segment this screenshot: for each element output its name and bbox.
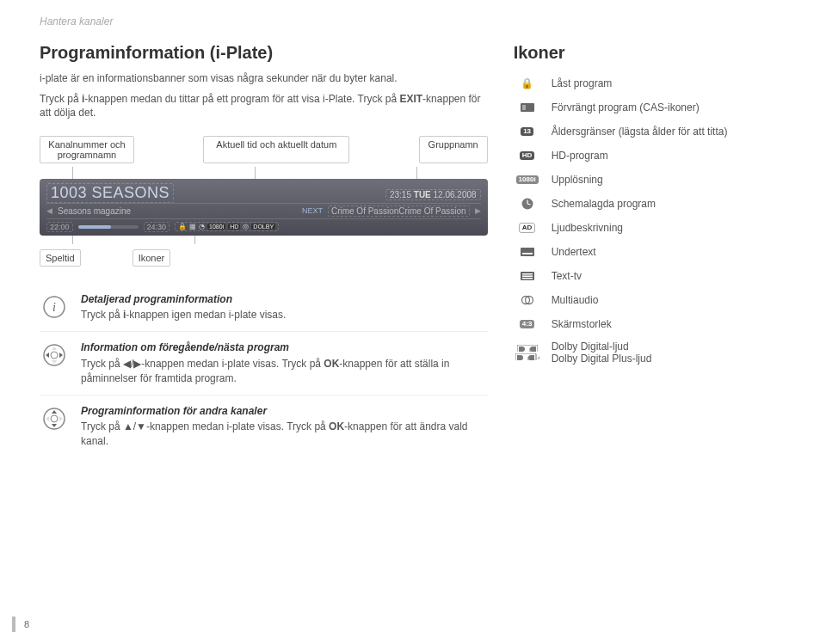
schedule-icon: ◔ — [199, 223, 205, 230]
svg-marker-13 — [52, 424, 57, 427]
left-column: Programinformation (i-Plate) i-plate är … — [40, 43, 488, 457]
iplate-nav-right-icon: ▶ — [475, 206, 481, 215]
svg-text:D: D — [527, 356, 532, 360]
iplate-channel: 1003 SEASONS — [46, 183, 174, 203]
icon-item-cas: Förvrängt program (CAS-ikoner) — [514, 95, 792, 120]
svg-rect-24 — [522, 278, 533, 279]
hd-icon: HD — [228, 224, 240, 230]
svg-rect-23 — [522, 276, 533, 278]
instr-other-channels: Programinformation för andra kanaler Try… — [40, 396, 488, 457]
dolby-icon: D — [517, 345, 538, 352]
svg-point-9 — [51, 415, 58, 422]
dpad-ud-icon — [41, 406, 67, 432]
icon-item-resolution: 1080i Upplösning — [514, 168, 792, 192]
instr-title: Programinformation för andra kanaler — [81, 404, 488, 419]
callout-icons: Ikoner — [133, 249, 171, 267]
teletext-icon — [520, 270, 535, 282]
svg-rect-20 — [522, 253, 533, 255]
instr-title: Detaljerad programinformation — [81, 292, 488, 307]
svg-marker-4 — [46, 353, 49, 358]
svg-marker-11 — [59, 416, 63, 421]
aspect-icon: 4:3 — [520, 320, 535, 329]
instr-detailed-info: i Detaljerad programinformation Tryck på… — [40, 284, 488, 333]
iplate-progress-bar — [78, 225, 139, 229]
age-icon: 13 — [521, 127, 533, 137]
svg-marker-5 — [59, 353, 63, 358]
dolby-plus-icon: D + — [515, 353, 539, 360]
intro-text: i-plate är en informationsbanner som vis… — [40, 71, 488, 120]
page-title: Programinformation (i-Plate) — [40, 43, 488, 63]
svg-text:D: D — [529, 347, 533, 352]
instr-prev-next: Information om föregående/nästa program … — [40, 332, 488, 395]
iplate-diagram: Kanalnummer och programnamn Aktuell tid … — [40, 136, 488, 267]
iplate-next-label: NEXT — [302, 206, 323, 215]
intro-p1: i-plate är en informationsbanner som vis… — [40, 71, 488, 85]
iplate-datetime: 23:15 TUE 12.06.2008 — [385, 189, 481, 200]
svg-marker-12 — [52, 410, 57, 414]
iplate-end-time: 24:30 — [144, 222, 170, 232]
iplate-next-program: Crime Of PassionCrime Of Passion — [328, 205, 470, 217]
multiaudio-icon — [520, 294, 535, 306]
svg-marker-10 — [46, 416, 49, 421]
section-breadcrumb: Hantera kanaler — [40, 15, 792, 28]
iplate-now-program: Seasons magazine — [58, 206, 297, 216]
callout-group: Gruppnamn — [419, 136, 488, 163]
svg-text:+: + — [537, 354, 539, 360]
exit-key-label: EXIT — [399, 93, 422, 105]
iplate-icon-strip: 🔒 ▦ ◔ 1080i HD ◎ DOLBY — [175, 222, 279, 231]
page-number: 8 — [12, 616, 29, 632]
instruction-list: i Detaljerad programinformation Tryck på… — [40, 284, 488, 457]
svg-rect-19 — [521, 248, 534, 256]
resolution-icon: 1080i — [207, 224, 225, 230]
subtitle-icon — [520, 246, 535, 258]
svg-text:i: i — [52, 301, 56, 314]
multiaudio-icon: ◎ — [243, 223, 249, 230]
icon-item-dolby: D D + Dolby Digital-ljud Dolby Digital P… — [514, 336, 792, 369]
callout-channel: Kanalnummer och programnamn — [40, 136, 134, 163]
icon-item-schedule: Schemalagda program — [514, 192, 792, 216]
dpad-lr-icon — [41, 342, 67, 368]
lock-icon: 🔒 — [178, 223, 187, 230]
icon-item-subtitle: Undertext — [514, 240, 792, 264]
schedule-icon — [521, 197, 534, 211]
svg-marker-7 — [52, 360, 57, 364]
icon-item-teletext: Text-tv — [514, 264, 792, 288]
instr-title: Information om föregående/nästa program — [81, 340, 488, 355]
iplate-mock: 1003 SEASONS 23:15 TUE 12.06.2008 ◀ Seas… — [40, 179, 488, 236]
svg-rect-22 — [522, 273, 533, 275]
icon-item-aspect: 4:3 Skärmstorlek — [514, 312, 792, 336]
svg-rect-15 — [522, 105, 526, 110]
callout-time: Aktuell tid och aktuellt datum — [203, 136, 349, 163]
icon-item-lock: 🔒 Låst program — [514, 71, 792, 95]
lock-icon: 🔒 — [521, 77, 533, 89]
iplate-nav-left-icon: ◀ — [46, 206, 52, 215]
icons-title: Ikoner — [514, 43, 792, 63]
hd-icon: HD — [520, 151, 535, 161]
icon-item-multiaudio: Multiaudio — [514, 288, 792, 312]
cas-icon: ▦ — [189, 223, 196, 230]
dolby-icon: DOLBY — [251, 224, 275, 230]
intro-p2: Tryck på i-knappen medan du tittar på et… — [40, 92, 488, 120]
info-button-icon: i — [41, 294, 67, 320]
right-column: Ikoner 🔒 Låst program Förvrängt program … — [514, 43, 792, 457]
resolution-icon: 1080i — [516, 175, 539, 185]
icon-item-age: 13 Åldersgränser (lägsta ålder för att t… — [514, 120, 792, 144]
icon-legend: 🔒 Låst program Förvrängt program (CAS-ik… — [514, 71, 792, 369]
cas-icon — [520, 101, 535, 113]
svg-point-3 — [51, 352, 58, 359]
iplate-start-time: 22:00 — [46, 222, 73, 232]
svg-marker-6 — [52, 347, 57, 350]
icon-item-ad: AD Ljudbeskrivning — [514, 216, 792, 240]
icon-item-hd: HD HD-program — [514, 144, 792, 168]
callout-playtime: Speltid — [40, 249, 81, 267]
ad-icon: AD — [519, 223, 536, 234]
